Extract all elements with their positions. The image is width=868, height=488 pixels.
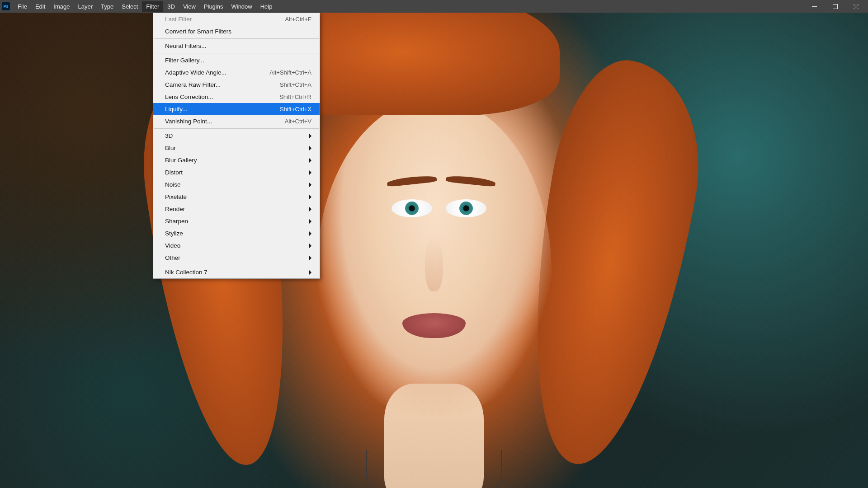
window-controls bbox=[804, 0, 866, 13]
filter-menu-dropdown: Last FilterAlt+Ctrl+FConvert for Smart F… bbox=[153, 13, 320, 279]
menu-item-label: Video bbox=[165, 242, 180, 249]
filter-menu-item-video[interactable]: Video bbox=[153, 239, 320, 252]
menu-filter[interactable]: Filter bbox=[142, 1, 163, 12]
filter-menu-item-blur-gallery[interactable]: Blur Gallery bbox=[153, 154, 320, 166]
menu-item-label: Stylize bbox=[165, 230, 183, 237]
menu-item-shortcut: Shift+Ctrl+A bbox=[280, 81, 311, 88]
menu-item-label: Render bbox=[165, 206, 185, 212]
menu-item-label: Blur Gallery bbox=[165, 157, 197, 164]
submenu-arrow-icon bbox=[309, 170, 311, 175]
filter-menu-item-blur[interactable]: Blur bbox=[153, 142, 320, 154]
menu-separator bbox=[154, 265, 319, 265]
document-canvas[interactable] bbox=[0, 13, 868, 488]
filter-menu-item-neural-filters[interactable]: Neural Filters... bbox=[153, 40, 320, 52]
menu-window[interactable]: Window bbox=[227, 1, 256, 12]
submenu-arrow-icon bbox=[309, 183, 311, 187]
menu-separator bbox=[154, 53, 319, 53]
filter-menu-item-3d[interactable]: 3D bbox=[153, 130, 320, 142]
app-icon-label: Ps bbox=[3, 4, 8, 9]
menu-item-label: Other bbox=[165, 254, 180, 261]
menu-layer[interactable]: Layer bbox=[74, 1, 97, 12]
maximize-button[interactable] bbox=[825, 0, 845, 13]
menu-image[interactable]: Image bbox=[49, 1, 74, 12]
menu-item-shortcut: Shift+Ctrl+X bbox=[280, 106, 311, 113]
menu-select[interactable]: Select bbox=[118, 1, 142, 12]
menu-item-label: Lens Correction... bbox=[165, 94, 213, 100]
submenu-arrow-icon bbox=[309, 244, 311, 248]
menu-item-label: Convert for Smart Filters bbox=[165, 28, 231, 35]
menu-plugins[interactable]: Plugins bbox=[200, 1, 227, 12]
menu-separator bbox=[154, 38, 319, 39]
menu-item-label: Sharpen bbox=[165, 218, 188, 225]
submenu-arrow-icon bbox=[309, 270, 311, 275]
filter-menu-item-render[interactable]: Render bbox=[153, 203, 320, 215]
menu-item-label: Neural Filters... bbox=[165, 42, 207, 49]
filter-menu-item-filter-gallery[interactable]: Filter Gallery... bbox=[153, 54, 320, 66]
menu-item-shortcut: Alt+Ctrl+F bbox=[285, 16, 311, 23]
menu-item-label: Vanishing Point... bbox=[165, 118, 212, 125]
menu-separator bbox=[154, 128, 319, 129]
portrait-image bbox=[0, 13, 868, 488]
filter-menu-item-distort[interactable]: Distort bbox=[153, 166, 320, 178]
menu-file[interactable]: File bbox=[14, 1, 31, 12]
submenu-arrow-icon bbox=[309, 134, 311, 138]
filter-menu-item-camera-raw-filter[interactable]: Camera Raw Filter...Shift+Ctrl+A bbox=[153, 79, 320, 91]
menu-item-shortcut: Alt+Ctrl+V bbox=[285, 118, 311, 125]
filter-menu-item-sharpen[interactable]: Sharpen bbox=[153, 215, 320, 227]
menu-item-shortcut: Alt+Shift+Ctrl+A bbox=[269, 69, 311, 76]
menu-item-label: Pixelate bbox=[165, 193, 187, 200]
menu-item-label: Last Filter bbox=[165, 16, 192, 23]
submenu-arrow-icon bbox=[309, 231, 311, 236]
filter-menu-item-other[interactable]: Other bbox=[153, 252, 320, 264]
maximize-icon bbox=[833, 4, 838, 9]
app-icon: Ps bbox=[2, 2, 10, 10]
submenu-arrow-icon bbox=[309, 195, 311, 199]
submenu-arrow-icon bbox=[309, 207, 311, 211]
menu-item-label: Nik Collection 7 bbox=[165, 269, 208, 276]
filter-menu-item-pixelate[interactable]: Pixelate bbox=[153, 191, 320, 203]
menu-item-label: Blur bbox=[165, 145, 176, 151]
filter-menu-item-last-filter: Last FilterAlt+Ctrl+F bbox=[153, 13, 320, 25]
submenu-arrow-icon bbox=[309, 146, 311, 150]
menu-item-shortcut: Shift+Ctrl+R bbox=[279, 94, 311, 100]
submenu-arrow-icon bbox=[309, 158, 311, 163]
menu-item-label: 3D bbox=[165, 132, 173, 139]
menu-view[interactable]: View bbox=[179, 1, 200, 12]
submenu-arrow-icon bbox=[309, 256, 311, 260]
menu-item-label: Camera Raw Filter... bbox=[165, 81, 221, 88]
filter-menu-item-convert-for-smart-filters[interactable]: Convert for Smart Filters bbox=[153, 25, 320, 38]
menu-item-label: Noise bbox=[165, 181, 181, 188]
menu-help[interactable]: Help bbox=[256, 1, 277, 12]
menu-item-label: Distort bbox=[165, 169, 183, 176]
minimize-button[interactable] bbox=[804, 0, 825, 13]
filter-menu-item-adaptive-wide-angle[interactable]: Adaptive Wide Angle...Alt+Shift+Ctrl+A bbox=[153, 66, 320, 79]
close-button[interactable] bbox=[845, 0, 866, 13]
menu-edit[interactable]: Edit bbox=[31, 1, 49, 12]
filter-menu-item-nik-collection-7[interactable]: Nik Collection 7 bbox=[153, 266, 320, 278]
filter-menu-item-noise[interactable]: Noise bbox=[153, 178, 320, 191]
filter-menu-item-stylize[interactable]: Stylize bbox=[153, 227, 320, 239]
minimize-icon bbox=[812, 4, 817, 9]
menu-item-label: Adaptive Wide Angle... bbox=[165, 69, 226, 76]
filter-menu-item-lens-correction[interactable]: Lens Correction...Shift+Ctrl+R bbox=[153, 91, 320, 103]
menu-item-label: Filter Gallery... bbox=[165, 57, 204, 64]
submenu-arrow-icon bbox=[309, 219, 311, 224]
close-icon bbox=[854, 4, 859, 9]
menubar: Ps FileEditImageLayerTypeSelectFilter3DV… bbox=[0, 0, 868, 13]
menu-item-label: Liquify... bbox=[165, 106, 187, 113]
filter-menu-item-vanishing-point[interactable]: Vanishing Point...Alt+Ctrl+V bbox=[153, 115, 320, 127]
menu-3d[interactable]: 3D bbox=[163, 1, 179, 12]
menu-type[interactable]: Type bbox=[97, 1, 118, 12]
svg-rect-1 bbox=[833, 4, 837, 9]
filter-menu-item-liquify[interactable]: Liquify...Shift+Ctrl+X bbox=[153, 103, 320, 115]
